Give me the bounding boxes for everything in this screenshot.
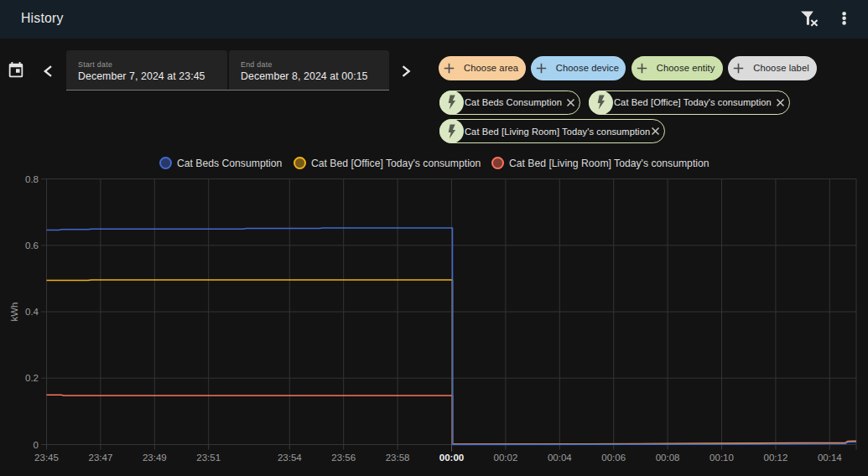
svg-text:00:10: 00:10 xyxy=(709,453,734,463)
svg-text:23:58: 23:58 xyxy=(386,453,410,463)
svg-text:kWh: kWh xyxy=(9,303,19,322)
svg-text:00:08: 00:08 xyxy=(656,453,680,463)
svg-text:23:51: 23:51 xyxy=(196,453,221,463)
svg-text:0.4: 0.4 xyxy=(25,307,39,317)
svg-text:00:14: 00:14 xyxy=(818,453,842,463)
svg-text:0.2: 0.2 xyxy=(25,373,39,383)
svg-text:00:00: 00:00 xyxy=(439,453,464,463)
svg-text:23:45: 23:45 xyxy=(34,453,59,463)
svg-text:0.6: 0.6 xyxy=(25,241,39,251)
svg-text:00:12: 00:12 xyxy=(764,453,788,463)
svg-text:23:56: 23:56 xyxy=(331,453,356,463)
svg-text:00:06: 00:06 xyxy=(601,453,626,463)
svg-text:00:02: 00:02 xyxy=(494,453,518,463)
svg-text:23:54: 23:54 xyxy=(278,453,302,463)
svg-text:00:04: 00:04 xyxy=(548,453,572,463)
svg-text:0: 0 xyxy=(34,440,39,450)
svg-text:23:47: 23:47 xyxy=(89,453,113,463)
svg-text:0.8: 0.8 xyxy=(25,174,39,184)
svg-text:23:49: 23:49 xyxy=(143,453,167,463)
